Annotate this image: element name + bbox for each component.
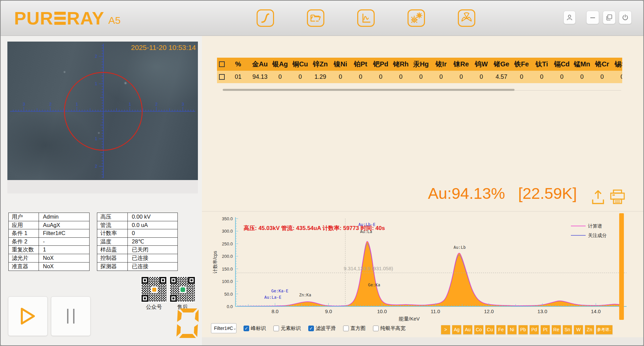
element-button-参考谱..[interactable]: 参考谱.. — [596, 325, 613, 335]
info-row: 准直器NoX — [9, 263, 89, 271]
info-value: 1 — [39, 246, 89, 254]
spectrum-chart-icon — [360, 12, 372, 24]
element-button-Ag[interactable]: Ag — [452, 325, 462, 335]
info-row: 温度28℃ — [97, 238, 177, 246]
pause-icon — [73, 309, 74, 324]
checkbox-纯银半高宽[interactable]: 纯银半高宽 — [373, 325, 406, 332]
info-value: 0 — [128, 229, 177, 237]
element-button-Re[interactable]: Re — [551, 325, 561, 335]
y-tick-label: 250.0 — [222, 241, 233, 246]
value-cell: 1.29 — [310, 71, 330, 83]
open-file-button[interactable] — [307, 9, 324, 27]
checkbox-box[interactable] — [343, 326, 349, 331]
sample-camera-view[interactable]: 1122331122 2025-11-20 10:53:14 — [7, 42, 198, 180]
header-cell: 锡Sn — [612, 58, 622, 71]
info-value: Filter1#C — [39, 229, 89, 237]
power-button[interactable] — [619, 11, 632, 24]
results-data-row[interactable]: 0194.13001.29000000004.57000000 — [217, 71, 622, 83]
info-row: 用户Admin — [9, 213, 89, 221]
element-button-Cu[interactable]: Cu — [485, 325, 495, 335]
checkbox-box[interactable]: ✓ — [244, 326, 249, 331]
element-button-Pd[interactable]: Pd — [529, 325, 539, 335]
value-cell: 0 — [451, 71, 471, 83]
element-button-W[interactable]: W — [574, 325, 583, 335]
checkbox-box[interactable] — [373, 326, 379, 331]
value-cell: 0 — [270, 71, 290, 83]
filter-select[interactable]: Filter1#C ⌄ — [211, 323, 236, 333]
xray-source-button[interactable] — [458, 9, 475, 27]
element-button-Co[interactable]: Co — [474, 325, 484, 335]
y-tick-label: 350.0 — [222, 216, 233, 221]
element-button->[interactable]: > — [441, 325, 450, 335]
checkbox-label: 元素标识 — [281, 325, 301, 332]
info-row: 高压0.00 kV — [97, 213, 177, 221]
element-button-Zn[interactable]: Zn — [585, 325, 594, 335]
value-cell: 4.57 — [491, 71, 512, 83]
header-cell: 铜Cu — [290, 58, 310, 71]
info-key: 探测器 — [97, 263, 128, 271]
spectrum-chart[interactable]: 9.314,133.9 (931.058)8.09.010.011.012.01… — [208, 212, 631, 337]
start-measure-button[interactable] — [8, 296, 48, 336]
user-account-button[interactable] — [564, 11, 576, 24]
maximize-button[interactable] — [603, 11, 615, 24]
print-button[interactable] — [610, 189, 625, 206]
x-tick-label: 12.0 — [484, 308, 494, 314]
camera-bottom-strip — [7, 180, 198, 193]
header-cell: 镍Ni — [330, 58, 351, 71]
export-button[interactable] — [591, 189, 605, 206]
spectrum-v-slider[interactable] — [619, 213, 624, 320]
spectrum-area — [237, 241, 622, 306]
element-button-Pt[interactable]: Pt — [540, 325, 550, 335]
ruler-number: 2 — [49, 102, 51, 107]
x-tick-label: 14.0 — [591, 308, 601, 314]
info-value: 已关闭 — [128, 246, 177, 254]
camera-timestamp: 2025-11-20 10:53:14 — [131, 44, 196, 52]
chart-option-checkboxes: ✓峰标识元素标识✓滤波平滑直方图纯银半高宽 — [244, 324, 413, 332]
info-row: 应用AuAgX — [9, 221, 89, 230]
checkbox-直方图[interactable]: 直方图 — [343, 325, 366, 332]
value-cell: 0 — [512, 71, 532, 83]
checkbox-box[interactable]: ✓ — [308, 326, 314, 331]
app-logo: PUR RAY A5 — [14, 8, 121, 28]
checkbox-峰标识[interactable]: ✓峰标识 — [244, 325, 266, 332]
y-axis-label: 计数率/cps — [212, 251, 218, 274]
checkbox-label: 滤波平滑 — [316, 325, 336, 332]
filter-select-value: Filter1#C — [214, 326, 233, 331]
ruler-number: 1 — [128, 102, 131, 107]
logo-model: A5 — [108, 15, 121, 26]
checkbox-滤波平滑[interactable]: ✓滤波平滑 — [308, 325, 336, 332]
info-value: AuAgX — [39, 221, 89, 229]
element-button-Sn[interactable]: Sn — [562, 325, 572, 335]
x-tick-label: 13.0 — [537, 308, 547, 314]
info-key: 准直器 — [9, 263, 39, 271]
header-cell: 钛Ti — [532, 58, 552, 71]
element-button-Pb[interactable]: Pb — [518, 325, 528, 335]
info-value: 0.00 kV — [128, 213, 177, 221]
header-cell: 钨W — [471, 58, 491, 71]
settings-button[interactable] — [408, 9, 425, 27]
minimize-button[interactable] — [586, 11, 599, 24]
element-button-Au[interactable]: Au — [463, 325, 473, 335]
row-id-cell: 01 — [226, 71, 250, 83]
spectrum-view-button[interactable] — [357, 9, 375, 27]
header-cell: 铬Cr — [592, 58, 612, 71]
logo-text-right: RAY — [67, 8, 104, 28]
calibration-curve-button[interactable] — [257, 9, 274, 27]
checkbox-元素标识[interactable]: 元素标识 — [273, 325, 301, 332]
ruler-number: 3 — [22, 102, 25, 107]
qr-center-logo — [179, 286, 186, 293]
qr-code-image — [169, 276, 196, 302]
qr-code-image — [141, 276, 167, 302]
info-row: 控制器已连接 — [97, 254, 177, 263]
checkbox-box[interactable] — [273, 326, 279, 331]
pause-measure-button[interactable] — [51, 296, 91, 336]
row-checkbox[interactable] — [219, 74, 225, 80]
result-banner-count: [22.59K] — [518, 184, 577, 202]
peak-label-Zn:Ka: Zn:Ka — [299, 293, 311, 297]
select-all-checkbox[interactable] — [219, 61, 225, 67]
results-scrollbar-thumb[interactable] — [223, 89, 515, 91]
value-cell: 0 — [411, 71, 431, 83]
x-axis-label: 能量/KeV — [399, 316, 420, 322]
element-button-Ni[interactable]: Ni — [507, 325, 517, 335]
element-button-Fe[interactable]: Fe — [496, 325, 506, 335]
